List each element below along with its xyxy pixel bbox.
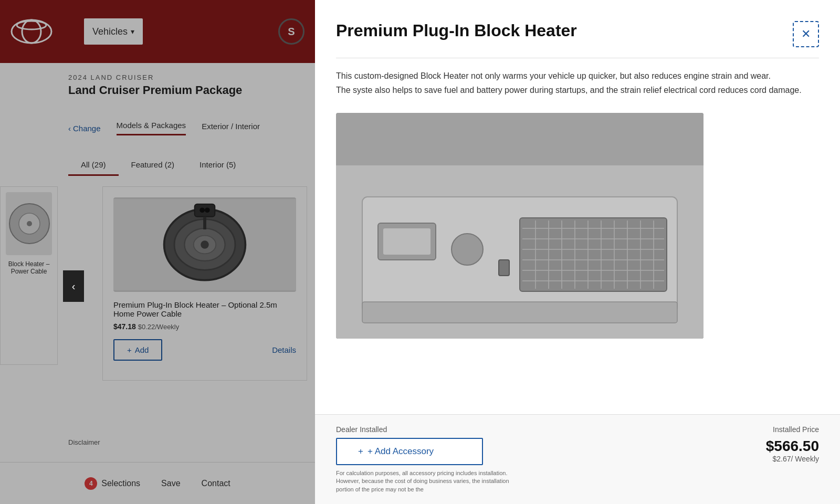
close-icon: ✕: [801, 27, 811, 41]
disclaimer-text: For calculation purposes, all accessory …: [336, 469, 520, 494]
svg-rect-38: [499, 260, 509, 276]
detail-bottom-bar: Dealer Installed + + Add Accessory For c…: [315, 414, 840, 504]
svg-rect-39: [362, 302, 677, 323]
dealer-section: Dealer Installed + + Add Accessory For c…: [336, 425, 766, 494]
chevron-left-icon: ‹: [72, 280, 76, 292]
price-section: Installed Price $566.50 $2.67/ Weekly: [766, 425, 819, 463]
add-accessory-label: + Add Accessory: [368, 446, 434, 457]
detail-header: Premium Plug-In Block Heater ✕: [336, 21, 819, 58]
dealer-label: Dealer Installed: [336, 425, 766, 434]
svg-rect-18: [520, 218, 667, 291]
detail-title: Premium Plug-In Block Heater: [336, 21, 577, 40]
plus-icon: +: [358, 446, 363, 457]
installed-price-value: $566.50: [766, 438, 819, 455]
close-button[interactable]: ✕: [793, 21, 819, 47]
description-paragraph-2: The syste also helps to save fuel and ba…: [336, 83, 819, 97]
detail-description: This custom-designed Block Heater not on…: [336, 69, 819, 97]
detail-product-image: [336, 113, 704, 339]
installed-price-weekly: $2.67/ Weekly: [766, 455, 819, 463]
background-overlay: [0, 0, 315, 504]
description-paragraph-1: This custom-designed Block Heater not on…: [336, 69, 819, 83]
svg-point-37: [452, 234, 483, 265]
add-accessory-button[interactable]: + + Add Accessory: [336, 438, 483, 465]
svg-rect-36: [383, 228, 430, 255]
installed-price-label: Installed Price: [766, 425, 819, 434]
prev-button[interactable]: ‹: [63, 270, 84, 302]
